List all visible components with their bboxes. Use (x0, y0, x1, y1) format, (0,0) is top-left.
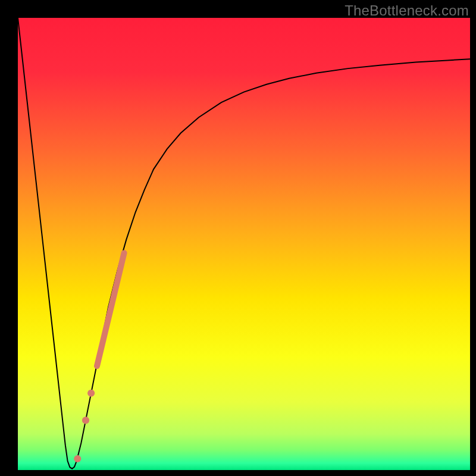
highlight-dot (74, 455, 81, 462)
bottleneck-curve (18, 18, 470, 469)
plot-area (18, 18, 470, 470)
curve-layer (18, 18, 470, 470)
watermark-text: TheBottleneck.com (345, 2, 469, 19)
highlight-dot (87, 390, 95, 397)
highlight-dot (82, 416, 89, 424)
highlight-segment (97, 253, 124, 366)
chart-frame: TheBottleneck.com (0, 0, 476, 476)
